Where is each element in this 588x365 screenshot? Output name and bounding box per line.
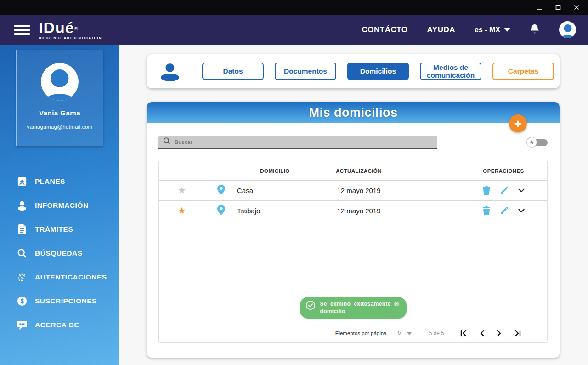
- chat-icon: [17, 319, 28, 331]
- tab-datos[interactable]: Datos: [202, 63, 264, 80]
- expand-chevron-icon[interactable]: [518, 209, 525, 213]
- add-domicilio-button[interactable]: +: [509, 114, 527, 132]
- close-button[interactable]: [573, 4, 580, 11]
- domicilios-table: DOMICILIO ACTUALIZACIÓN OPERACIONES ★ Ca…: [158, 161, 548, 343]
- plans-icon: [17, 176, 28, 187]
- brand-subtitle: DILIGENCE AUTHENTICATION: [39, 36, 102, 40]
- profile-email: vaniagamag@hotmail.com: [27, 124, 93, 130]
- app-header: IDué® DILIGENCE AUTHENTICATION CONTÁCTO …: [0, 15, 588, 45]
- tab-domicilios[interactable]: Domicilios: [347, 63, 409, 80]
- edit-pencil-icon[interactable]: [500, 207, 508, 215]
- tab-carpetas[interactable]: Carpetas: [492, 63, 554, 80]
- svg-text:$: $: [20, 298, 24, 305]
- domicilio-name: Trabajo: [237, 207, 313, 215]
- dollar-icon: $: [17, 296, 28, 307]
- pagination-bar: Elementos por página 6 5 de 5: [159, 324, 547, 342]
- location-pin-icon: [205, 185, 237, 197]
- chevron-down-icon: [504, 28, 510, 32]
- user-avatar[interactable]: [559, 21, 576, 38]
- registered-mark: ®: [74, 26, 78, 31]
- main-content: Datos Documentos Domicilios Medios de co…: [119, 45, 588, 365]
- window-titlebar: [0, 0, 588, 15]
- search-icon: [163, 137, 171, 147]
- domicilio-date: 12 mayo 2019: [313, 207, 460, 215]
- delete-trash-icon[interactable]: [483, 186, 490, 195]
- profile-avatar: [41, 63, 79, 101]
- search-input[interactable]: [175, 139, 413, 145]
- first-page-icon[interactable]: [460, 330, 467, 337]
- person-icon: [161, 62, 179, 80]
- last-page-icon[interactable]: [514, 330, 521, 337]
- table-row: ★ Trabajo 12 mayo 2019: [159, 201, 547, 221]
- favorite-star-icon[interactable]: ★: [178, 205, 186, 216]
- menu-icon[interactable]: [14, 23, 30, 37]
- table-row: ★ Casa 12 mayo 2019: [159, 181, 547, 201]
- sidebar-item-tramites[interactable]: TRÁMITES: [0, 217, 119, 241]
- app-logo: IDué® DILIGENCE AUTHENTICATION: [39, 20, 102, 40]
- per-page-select[interactable]: 6: [395, 330, 421, 337]
- locale-label: es - MX: [475, 26, 500, 34]
- profile-card: Vania Gama vaniagamag@hotmail.com: [16, 50, 103, 146]
- domicilio-date: 12 mayo 2019: [313, 187, 460, 194]
- profile-tabs-card: Datos Documentos Domicilios Medios de co…: [147, 54, 560, 88]
- favorites-filter-toggle[interactable]: ★: [526, 137, 548, 148]
- sidebar: Vania Gama vaniagamag@hotmail.com PLANES…: [0, 45, 119, 365]
- nav-ayuda[interactable]: AYUDA: [427, 25, 455, 34]
- expand-chevron-icon[interactable]: [518, 188, 525, 193]
- notifications-bell-icon[interactable]: [530, 23, 540, 36]
- sidebar-item-busquedas[interactable]: BÚSQUEDAS: [0, 241, 119, 265]
- sidebar-item-label: AUTENTICACIONES: [35, 273, 107, 281]
- sidebar-item-suscripciones[interactable]: $ SUSCRIPCIONES: [0, 289, 119, 313]
- chevron-down-icon: [407, 332, 412, 335]
- page-range: 5 de 5: [429, 330, 444, 336]
- domicilios-panel: Mis domicilios + ★ DOMICILIO ACTUALIZACI…: [147, 102, 560, 358]
- sidebar-item-acerca-de[interactable]: ACERCA DE: [0, 313, 119, 337]
- sidebar-item-label: PLANES: [35, 177, 65, 186]
- sidebar-item-label: ACERCA DE: [35, 321, 79, 329]
- favorite-star-icon[interactable]: ★: [178, 185, 186, 195]
- sidebar-item-informacion[interactable]: INFORMACIÓN: [0, 194, 119, 217]
- domicilio-name: Casa: [237, 187, 313, 194]
- star-icon: ★: [526, 137, 537, 148]
- panel-header: Mis domicilios: [147, 102, 560, 123]
- search-icon: [17, 248, 28, 259]
- toast-message: Se eliminó exitosamente el domicilio: [320, 300, 399, 315]
- tab-medios-de-comunicacion[interactable]: Medios de comunicación: [420, 63, 481, 80]
- table-header-row: DOMICILIO ACTUALIZACIÓN OPERACIONES: [159, 161, 547, 181]
- per-page-value: 6: [398, 330, 401, 336]
- next-page-icon[interactable]: [497, 330, 502, 337]
- nav-contacto[interactable]: CONTÁCTO: [362, 25, 408, 34]
- col-header-operaciones: OPERACIONES: [460, 168, 547, 174]
- edit-pencil-icon[interactable]: [500, 187, 508, 194]
- location-pin-icon: [205, 205, 237, 217]
- delete-trash-icon[interactable]: [483, 206, 490, 215]
- col-header-domicilio: DOMICILIO: [237, 168, 313, 174]
- tab-documentos[interactable]: Documentos: [275, 63, 336, 80]
- sidebar-item-label: SUSCRIPCIONES: [35, 297, 97, 305]
- profile-name: Vania Gama: [39, 109, 80, 117]
- prev-page-icon[interactable]: [479, 330, 485, 337]
- success-toast: Se eliminó exitosamente el domicilio: [300, 297, 407, 319]
- brand-name: IDué: [39, 19, 74, 36]
- sidebar-item-label: TRÁMITES: [35, 225, 73, 234]
- per-page-label: Elementos por página: [335, 331, 387, 336]
- person-icon: [17, 200, 28, 211]
- locale-selector[interactable]: es - MX: [475, 26, 510, 34]
- minimize-button[interactable]: [537, 4, 543, 11]
- sidebar-item-planes[interactable]: PLANES: [0, 170, 119, 194]
- document-icon: [17, 224, 28, 235]
- fingerprint-icon: [17, 272, 28, 283]
- check-circle-icon: [305, 300, 316, 312]
- search-field[interactable]: [158, 136, 437, 149]
- maximize-button[interactable]: [555, 4, 561, 11]
- panel-title: Mis domicilios: [309, 106, 397, 120]
- sidebar-item-label: INFORMACIÓN: [35, 201, 89, 210]
- sidebar-item-label: BÚSQUEDAS: [35, 249, 83, 257]
- sidebar-item-autenticaciones[interactable]: AUTENTICACIONES: [0, 265, 119, 289]
- col-header-actualizacion: ACTUALIZACIÓN: [313, 168, 460, 174]
